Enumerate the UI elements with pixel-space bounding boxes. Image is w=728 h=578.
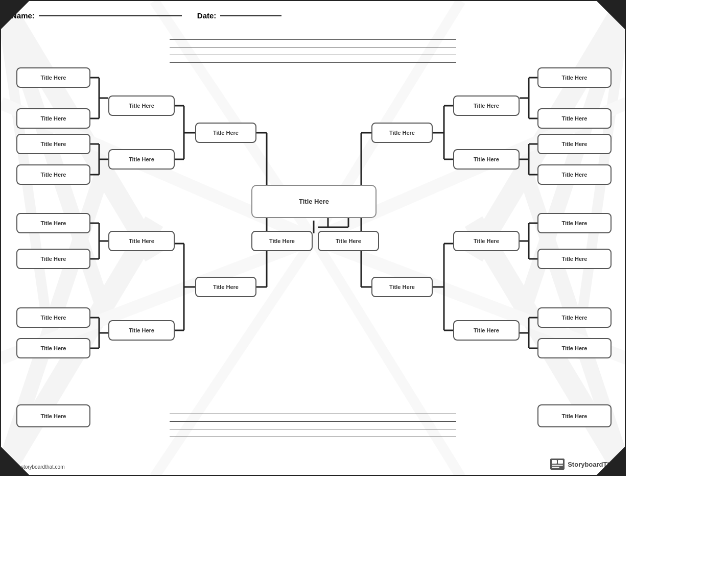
top-line-3 [170, 55, 456, 55]
semi-left-node[interactable]: Title Here [251, 231, 313, 251]
bracket-node-r1g[interactable]: Title Here [537, 307, 612, 328]
bracket-node-r3a[interactable]: Title Here [371, 123, 433, 143]
bracket-node-r2d[interactable]: Title Here [453, 320, 520, 341]
bracket-node-r2c[interactable]: Title Here [453, 231, 520, 251]
tournament-bracket-page: Name: Date: [0, 0, 626, 476]
bracket-node-r2a[interactable]: Title Here [453, 95, 520, 116]
date-field: Date: [197, 11, 282, 20]
corner-tl [1, 1, 29, 29]
bracket-node-r1h[interactable]: Title Here [537, 338, 612, 358]
corner-br [597, 447, 625, 475]
bracket-node-r1a[interactable]: Title Here [537, 67, 612, 88]
top-line-4 [170, 62, 456, 63]
bracket-node-r1c[interactable]: Title Here [537, 134, 612, 154]
champion-node[interactable]: Title Here [251, 185, 377, 218]
bracket-node-l2a[interactable]: Title Here [108, 95, 175, 116]
bracket-node-r1d[interactable]: Title Here [537, 164, 612, 185]
bracket-node-r1i[interactable]: Title Here [537, 404, 612, 427]
footer-line-1 [170, 414, 456, 414]
svg-rect-83 [552, 465, 563, 466]
corner-tr [597, 1, 625, 29]
bracket-node-l2b[interactable]: Title Here [108, 149, 175, 170]
background-decorations [1, 1, 625, 475]
bracket-node-l2d[interactable]: Title Here [108, 320, 175, 341]
date-line [220, 15, 281, 16]
footer-notes-area [170, 414, 456, 444]
svg-rect-84 [552, 467, 559, 468]
bracket-node-l3b[interactable]: Title Here [195, 277, 256, 297]
bracket-node-r1e[interactable]: Title Here [537, 213, 612, 233]
name-field: Name: [11, 11, 182, 20]
bracket-node-l1c[interactable]: Title Here [16, 134, 90, 154]
top-notes-area [170, 39, 456, 70]
bracket-node-r3b[interactable]: Title Here [371, 277, 433, 297]
bracket-node-l1h[interactable]: Title Here [16, 338, 90, 358]
bracket-node-l1b[interactable]: Title Here [16, 108, 90, 129]
bracket-node-l1i[interactable]: Title Here [16, 404, 90, 427]
bracket-node-l3a[interactable]: Title Here [195, 123, 256, 143]
bracket-node-l1g[interactable]: Title Here [16, 307, 90, 328]
bracket-node-l1a[interactable]: Title Here [16, 67, 90, 88]
date-label: Date: [197, 11, 217, 20]
footer-line-2 [170, 421, 456, 422]
bracket-node-l1f[interactable]: Title Here [16, 249, 90, 269]
bracket-node-r2b[interactable]: Title Here [453, 149, 520, 170]
header: Name: Date: [11, 11, 615, 20]
top-line-1 [170, 39, 456, 40]
svg-rect-81 [552, 460, 557, 464]
bracket-node-l2c[interactable]: Title Here [108, 231, 175, 251]
bracket-node-l1d[interactable]: Title Here [16, 164, 90, 185]
semi-right-node[interactable]: Title Here [318, 231, 379, 251]
name-line [39, 15, 182, 16]
connector-lines [1, 1, 625, 475]
bracket-node-r1b[interactable]: Title Here [537, 108, 612, 129]
bracket-node-l1e[interactable]: Title Here [16, 213, 90, 233]
svg-rect-82 [558, 460, 563, 464]
top-line-2 [170, 47, 456, 47]
footer-line-4 [170, 437, 456, 437]
corner-bl [1, 447, 29, 475]
bracket-node-r1f[interactable]: Title Here [537, 249, 612, 269]
footer-line-3 [170, 429, 456, 429]
logo-icon [550, 459, 565, 470]
